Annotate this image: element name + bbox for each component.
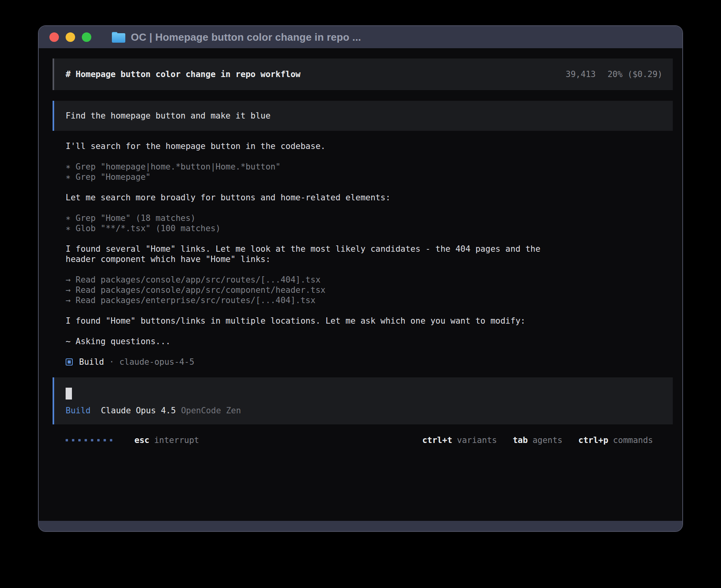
statusbar: esc interrupt ctrl+tvariantstabagentsctr… xyxy=(53,435,673,446)
spinner-dot xyxy=(91,439,93,441)
assistant-text-line: I found several "Home" links. Let me loo… xyxy=(53,244,673,254)
titlebar-title-group: OC | Homepage button color change in rep… xyxy=(112,31,361,43)
blank-line xyxy=(53,203,673,213)
blank-line xyxy=(53,264,673,275)
esc-label: interrupt xyxy=(154,435,199,445)
spinner-dot xyxy=(97,439,100,441)
blank-line xyxy=(53,182,673,192)
hint-key: ctrl+p xyxy=(578,435,608,445)
assistant-text-line: ~ Asking questions... xyxy=(53,336,673,347)
context-usage: 20% ($0.29) xyxy=(608,69,662,79)
session-stats: 39,413 20% ($0.29) xyxy=(566,69,662,79)
titlebar[interactable]: OC | Homepage button color change in rep… xyxy=(39,26,682,48)
terminal-content: # Homepage button color change in repo w… xyxy=(39,48,682,521)
text-cursor xyxy=(66,388,72,400)
tool-call-line: ∗ Grep "homepage|home.*button|Home.*butt… xyxy=(53,162,673,172)
hint-label: agents xyxy=(532,435,562,445)
session-title: # Homepage button color change in repo w… xyxy=(66,69,300,79)
minimize-button[interactable] xyxy=(66,32,75,42)
input-mode-label: Build xyxy=(66,405,91,416)
spinner-dots xyxy=(66,439,112,441)
agent-model: claude-opus-4-5 xyxy=(119,357,194,367)
user-message: Find the homepage button and make it blu… xyxy=(53,101,673,131)
agent-badge-icon xyxy=(66,358,73,366)
spinner-dot xyxy=(72,439,74,441)
esc-hint: esc interrupt xyxy=(134,435,199,445)
agent-name: Build xyxy=(79,357,104,367)
tool-call-line: → Read packages/enterprise/src/routes/[.… xyxy=(53,295,673,305)
input-model-label: Claude Opus 4.5 xyxy=(101,405,176,416)
hint-key: ctrl+t xyxy=(422,435,452,445)
blank-line xyxy=(53,347,673,357)
transcript: I'll search for the homepage button in t… xyxy=(53,141,673,357)
spinner-dot xyxy=(85,439,87,441)
close-button[interactable] xyxy=(49,32,59,42)
spinner-dot xyxy=(78,439,81,441)
spinner-dot xyxy=(110,439,112,441)
blank-line xyxy=(53,151,673,162)
tool-call-line: ∗ Grep "Home" (18 matches) xyxy=(53,213,673,223)
tool-call-line: ∗ Glob "**/*.tsx" (100 matches) xyxy=(53,223,673,234)
assistant-text-line: I'll search for the homepage button in t… xyxy=(53,141,673,151)
prompt-input[interactable]: Build Claude Opus 4.5 OpenCode Zen xyxy=(53,377,673,424)
input-provider-label: OpenCode Zen xyxy=(181,405,241,416)
traffic-lights xyxy=(49,32,91,42)
hint-key: tab xyxy=(513,435,528,445)
window-title: OC | Homepage button color change in rep… xyxy=(131,31,361,43)
esc-key: esc xyxy=(134,435,149,445)
window-footer-strip xyxy=(39,521,682,531)
tool-call-line: ∗ Grep "Homepage" xyxy=(53,172,673,182)
separator-dot: · xyxy=(109,357,114,367)
tool-call-line: → Read packages/console/app/src/componen… xyxy=(53,285,673,295)
assistant-text-line: header component which have "Home" links… xyxy=(53,254,673,264)
user-message-text: Find the homepage button and make it blu… xyxy=(66,111,270,121)
folder-icon xyxy=(112,32,125,43)
prompt-status-row: Build Claude Opus 4.5 OpenCode Zen xyxy=(66,405,673,424)
blank-line xyxy=(53,305,673,316)
terminal-window: OC | Homepage button color change in rep… xyxy=(38,25,683,532)
keyboard-hint: ctrl+pcommands xyxy=(578,435,653,445)
hint-label: variants xyxy=(457,435,497,445)
assistant-text-line: Let me search more broadly for buttons a… xyxy=(53,192,673,203)
spinner-dot xyxy=(104,439,106,441)
assistant-text-line: I found "Home" buttons/links in multiple… xyxy=(53,316,673,326)
keyboard-hint: tabagents xyxy=(513,435,562,445)
tool-call-line: → Read packages/console/app/src/routes/[… xyxy=(53,275,673,285)
blank-line xyxy=(53,234,673,244)
keyboard-hint: ctrl+tvariants xyxy=(422,435,497,445)
spinner-dot xyxy=(66,439,68,441)
hint-label: commands xyxy=(613,435,653,445)
session-header: # Homepage button color change in repo w… xyxy=(53,58,673,90)
agent-badge-row: Build · claude-opus-4-5 xyxy=(53,357,673,367)
zoom-button[interactable] xyxy=(82,32,91,42)
token-count: 39,413 xyxy=(566,69,596,79)
keyboard-hints: ctrl+tvariantstabagentsctrl+pcommands xyxy=(422,435,653,445)
blank-line xyxy=(53,326,673,336)
